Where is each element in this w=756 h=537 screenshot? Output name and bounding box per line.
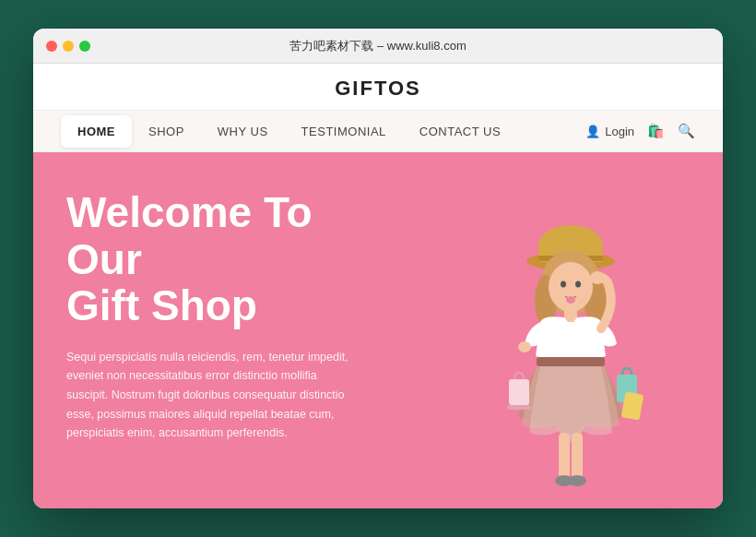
browser-content: GIFTOS HOME SHOP WHY US TESTIMONIAL CONT… bbox=[33, 64, 723, 508]
dot-red[interactable] bbox=[46, 41, 57, 52]
hero-title-line1: Welcome To bbox=[66, 189, 361, 236]
dot-green[interactable] bbox=[79, 41, 90, 52]
nav-item-contact[interactable]: CONTACT US bbox=[403, 115, 517, 148]
svg-rect-19 bbox=[509, 379, 529, 405]
browser-titlebar: 苦力吧素材下载 – www.kuli8.com bbox=[33, 29, 723, 64]
browser-window: 苦力吧素材下载 – www.kuli8.com GIFTOS HOME SHOP… bbox=[33, 29, 723, 508]
nav-items: HOME SHOP WHY US TESTIMONIAL CONTACT US bbox=[61, 115, 585, 148]
hero-title: Welcome To Our Gift Shop bbox=[66, 189, 361, 329]
search-icon[interactable]: 🔍 bbox=[678, 123, 695, 139]
svg-rect-20 bbox=[507, 405, 531, 410]
svg-point-9 bbox=[575, 281, 581, 288]
svg-point-8 bbox=[561, 281, 566, 288]
cart-icon[interactable]: 🛍️ bbox=[647, 123, 665, 139]
hero-title-line2: Our bbox=[66, 236, 361, 283]
girl-illustration bbox=[474, 195, 658, 508]
nav-item-why-us[interactable]: WHY US bbox=[201, 115, 285, 148]
hero-figure bbox=[465, 152, 667, 508]
hero-description: Sequi perspiciatis nulla reiciendis, rem… bbox=[66, 348, 361, 443]
svg-rect-14 bbox=[537, 357, 605, 366]
site-header: GIFTOS bbox=[33, 64, 723, 110]
login-label[interactable]: Login bbox=[605, 125, 634, 138]
browser-url: 苦力吧素材下载 – www.kuli8.com bbox=[289, 38, 466, 54]
site-logo[interactable]: GIFTOS bbox=[33, 77, 723, 101]
nav-login[interactable]: 👤 Login bbox=[585, 125, 634, 138]
nav-item-shop[interactable]: SHOP bbox=[132, 115, 201, 148]
nav-item-testimonial[interactable]: TESTIMONIAL bbox=[285, 115, 403, 148]
hero-section: Welcome To Our Gift Shop Sequi perspicia… bbox=[33, 152, 723, 508]
browser-dots bbox=[46, 41, 90, 52]
svg-point-7 bbox=[549, 262, 593, 312]
nav-right: 👤 Login 🛍️ 🔍 bbox=[585, 123, 695, 139]
svg-point-18 bbox=[568, 475, 586, 486]
svg-point-10 bbox=[566, 296, 575, 304]
svg-rect-16 bbox=[572, 433, 583, 479]
hero-content: Welcome To Our Gift Shop Sequi perspicia… bbox=[33, 152, 395, 480]
svg-rect-15 bbox=[559, 433, 570, 479]
user-icon: 👤 bbox=[585, 125, 600, 138]
dot-yellow[interactable] bbox=[63, 41, 74, 52]
hero-title-line3: Gift Shop bbox=[66, 282, 361, 329]
site-nav: HOME SHOP WHY US TESTIMONIAL CONTACT US … bbox=[33, 110, 723, 152]
svg-point-13 bbox=[590, 271, 605, 284]
svg-point-12 bbox=[518, 341, 531, 352]
nav-item-home[interactable]: HOME bbox=[61, 115, 132, 148]
